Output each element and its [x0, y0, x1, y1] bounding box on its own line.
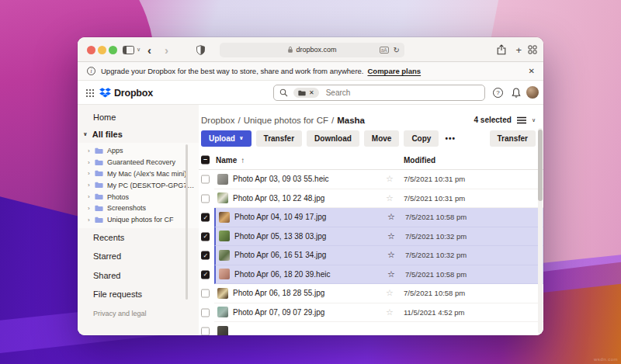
forward-button[interactable]: ›: [165, 37, 168, 62]
chevron-right-icon[interactable]: ›: [88, 147, 95, 154]
search-bar[interactable]: ✕ Search: [273, 85, 485, 101]
table-row[interactable]: Photo Apr 06, 18 28 55.jpg ☆ 7/5/2021 10…: [199, 284, 543, 303]
table-row[interactable]: Photo Apr 03, 09 03 55.heic ☆ 7/5/2021 1…: [199, 170, 543, 189]
chevron-right-icon[interactable]: ›: [88, 170, 95, 177]
chip-close-icon[interactable]: ✕: [309, 89, 314, 96]
sidebar-toggle-button[interactable]: [121, 37, 135, 62]
breadcrumb-link[interactable]: Dropbox: [201, 116, 234, 125]
star-icon[interactable]: ☆: [386, 288, 394, 298]
star-icon[interactable]: ☆: [386, 193, 394, 203]
row-checkbox[interactable]: [201, 213, 210, 222]
table-row[interactable]: Photo Apr 05, 13 38 03.jpg ☆ 7/5/2021 10…: [199, 227, 543, 247]
toolbar-action-button[interactable]: Download: [307, 130, 359, 147]
view-list-icon[interactable]: [517, 116, 526, 124]
upload-button[interactable]: Upload ∨: [201, 130, 252, 147]
address-bar[interactable]: dropbox.com aA ↻: [220, 43, 404, 57]
folder-icon: [95, 182, 103, 189]
dropbox-header: Dropbox ✕ Search ?: [78, 81, 543, 105]
star-icon[interactable]: ☆: [387, 269, 395, 279]
file-name: Photo Apr 04, 10 49 17.jpg: [234, 213, 326, 221]
minimize-window-button[interactable]: [98, 46, 106, 54]
content-scrollbar[interactable]: [538, 128, 543, 334]
compare-plans-link[interactable]: Compare plans: [367, 67, 421, 75]
more-actions-button[interactable]: •••: [445, 134, 456, 143]
transfer-right-button[interactable]: Transfer: [490, 130, 536, 147]
sidebar-tree-item[interactable]: › Screenshots: [78, 203, 199, 214]
sidebar-item[interactable]: Shared: [78, 266, 199, 286]
account-avatar[interactable]: [526, 86, 539, 99]
chevron-down-icon[interactable]: ∨: [532, 117, 536, 123]
tab-group-chevron-icon[interactable]: ∨: [137, 37, 141, 62]
column-header-modified[interactable]: Modified: [404, 156, 435, 165]
row-checkbox[interactable]: [201, 175, 210, 184]
table-row[interactable]: Photo Apr 06, 16 51 34.jpg ☆ 7/5/2021 10…: [199, 246, 543, 265]
sidebar-item-all-files[interactable]: ∨ All files: [78, 126, 199, 143]
translate-icon[interactable]: aA: [380, 47, 389, 54]
sidebar-tree-item[interactable]: › My Mac (Alex's Mac mini): [78, 168, 199, 180]
search-placeholder[interactable]: Search: [326, 88, 351, 97]
column-header-name[interactable]: Name↑: [216, 156, 245, 165]
sidebar-item[interactable]: Starred: [78, 247, 199, 266]
toolbar-action-button[interactable]: Transfer: [256, 130, 302, 147]
sidebar-item[interactable]: Recents: [78, 228, 199, 248]
sidebar-item-home[interactable]: Home: [78, 109, 199, 126]
search-filter-chip[interactable]: ✕: [293, 88, 319, 98]
row-checkbox[interactable]: [201, 270, 210, 279]
chevron-right-icon[interactable]: ›: [88, 217, 95, 224]
sidebar-item[interactable]: File requests: [78, 285, 199, 304]
row-checkbox[interactable]: [201, 308, 210, 317]
chevron-right-icon[interactable]: ›: [88, 182, 95, 189]
folder-icon: [95, 193, 103, 200]
zoom-window-button[interactable]: [109, 46, 117, 54]
star-icon[interactable]: ☆: [386, 307, 394, 317]
chevron-right-icon[interactable]: ›: [88, 205, 95, 212]
sidebar-scrollbar[interactable]: [186, 144, 188, 300]
chevron-down-icon[interactable]: ∨: [83, 131, 88, 137]
scrollbar-thumb[interactable]: [538, 130, 543, 201]
share-button[interactable]: [497, 37, 506, 62]
chevron-right-icon[interactable]: ›: [88, 193, 95, 200]
row-checkbox[interactable]: [201, 194, 210, 203]
star-icon[interactable]: ☆: [387, 212, 395, 222]
url-text: dropbox.com: [296, 46, 336, 54]
tab-overview-button[interactable]: [528, 37, 537, 62]
tree-item-label: Screenshots: [107, 204, 146, 212]
sidebar-tree-item[interactable]: › Unique photos for CF: [78, 214, 199, 226]
row-checkbox[interactable]: [201, 289, 210, 298]
chevron-right-icon[interactable]: ›: [88, 159, 95, 166]
toolbar-action-button[interactable]: Copy: [404, 130, 439, 147]
table-row[interactable]: Photo Apr 03, 10 22 48.jpg ☆ 7/5/2021 10…: [199, 189, 543, 209]
star-icon[interactable]: ☆: [387, 250, 395, 260]
reload-icon[interactable]: ↻: [394, 46, 400, 54]
breadcrumb-link[interactable]: Unique photos for CF: [244, 116, 328, 125]
breadcrumb: Dropbox / Unique photos for CF / Masha: [201, 116, 365, 125]
new-tab-button[interactable]: +: [515, 37, 522, 62]
table-row[interactable]: Photo Apr 04, 10 49 17.jpg ☆ 7/5/2021 10…: [199, 208, 543, 227]
select-all-checkbox[interactable]: [201, 155, 210, 164]
breadcrumb-current: Masha: [337, 116, 365, 125]
sidebar-tree-item[interactable]: › Apps: [78, 145, 199, 157]
privacy-shield-icon[interactable]: [196, 37, 205, 62]
banner-close-icon[interactable]: ✕: [529, 67, 535, 75]
file-thumbnail: [219, 212, 230, 223]
row-checkbox[interactable]: [201, 251, 210, 260]
table-row[interactable]: Photo Apr 07, 09 07 29.jpg ☆ 11/5/2021 4…: [199, 303, 543, 323]
apps-grid-icon[interactable]: [85, 88, 95, 98]
dropbox-brand[interactable]: Dropbox: [99, 81, 153, 105]
notifications-bell-icon[interactable]: [512, 88, 521, 98]
sidebar-tree-item[interactable]: › Photos: [78, 191, 199, 203]
table-row[interactable]: Photo Apr 06, 18 20 39.heic ☆ 7/5/2021 1…: [199, 265, 543, 285]
close-window-button[interactable]: [87, 46, 95, 54]
table-row-partial[interactable]: [199, 322, 543, 335]
row-checkbox[interactable]: [201, 328, 210, 335]
star-icon[interactable]: ☆: [386, 174, 394, 184]
sidebar-tree-item[interactable]: › Guaranteed Recovery: [78, 157, 199, 168]
back-button[interactable]: ‹: [147, 37, 151, 62]
star-icon[interactable]: ☆: [387, 231, 395, 241]
help-button[interactable]: ?: [493, 88, 503, 98]
row-checkbox[interactable]: [201, 232, 210, 241]
toolbar-action-button[interactable]: Move: [364, 130, 400, 147]
privacy-legal-link[interactable]: Privacy and legal: [78, 310, 199, 317]
brand-name: Dropbox: [114, 88, 153, 99]
sidebar-tree-item[interactable]: › My PC (DESKTOP-GPG7…: [78, 179, 199, 191]
